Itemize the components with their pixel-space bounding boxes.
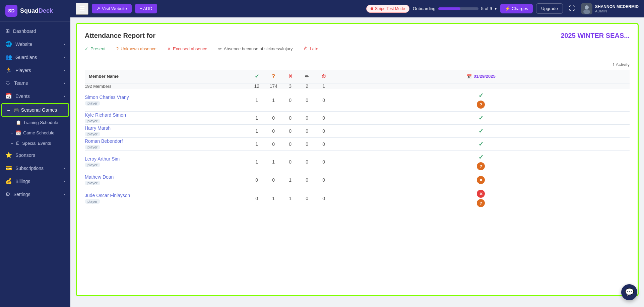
- legend-late: ⏱ Late: [304, 46, 318, 51]
- sidebar-item-teams[interactable]: 🛡 Teams ›: [0, 77, 70, 89]
- member-name-link[interactable]: Simon Charles Vrany: [85, 95, 248, 100]
- sidebar-item-events[interactable]: 📅 Events ›: [0, 89, 70, 103]
- legend-present: ✓ Present: [85, 46, 106, 51]
- date-status-cell: ✓: [332, 112, 630, 125]
- date-status-cell: ✓ ?: [332, 151, 630, 173]
- col-late-header: ⏱: [315, 70, 332, 83]
- onboarding-progress-bar: [438, 7, 478, 10]
- present-check-icon: ✓: [478, 141, 484, 147]
- sidebar-item-training-schedule[interactable]: – 📋 Training Schedule: [0, 117, 70, 128]
- total-unknown-cell: 174: [265, 83, 282, 89]
- guardians-icon: 👥: [5, 54, 12, 60]
- unknown-icon: ?: [477, 101, 485, 109]
- chevron-right-icon: ›: [64, 55, 65, 60]
- member-badge: player: [85, 199, 100, 204]
- present-check-icon: ✓: [478, 115, 484, 121]
- sidebar-item-subscriptions[interactable]: 💳 Subscriptions ›: [0, 162, 70, 175]
- unknown-icon: ?: [477, 199, 485, 207]
- table-row: Kyle Richard Simon player 1 0 0 0 0 ✓: [85, 112, 630, 125]
- sidebar-item-settings[interactable]: ⚙ Settings ›: [0, 188, 70, 201]
- onboarding-fill: [438, 7, 460, 10]
- col-sickness-header: ✏: [299, 70, 315, 83]
- total-sickness-cell: 2: [299, 83, 315, 89]
- member-cell: Roman Bebendorf player: [85, 138, 248, 151]
- total-date-cell: [332, 83, 630, 89]
- upgrade-button[interactable]: Upgrade: [536, 3, 563, 14]
- logo-text: SquadDeck: [20, 7, 53, 14]
- totals-row: 192 Members 12 174 3 2 1: [85, 83, 630, 89]
- member-name-link[interactable]: Kyle Richard Simon: [85, 112, 248, 118]
- sidebar-item-seasonal-games[interactable]: – 🎮 Seasonal Games: [1, 103, 69, 117]
- sidebar-item-label: Special Events: [22, 141, 51, 146]
- onboarding-area: Onboarding 5 of 9 ▾: [413, 6, 497, 11]
- member-name-link[interactable]: Mathew Dean: [85, 174, 248, 180]
- external-link-icon: ↗: [96, 6, 100, 11]
- chevron-right-icon: ›: [64, 166, 65, 171]
- chat-button[interactable]: 💬: [621, 284, 637, 300]
- member-name-link[interactable]: Jude Oscar Finlayson: [85, 193, 248, 198]
- legend-excused: ✕ Excused absence: [167, 46, 207, 51]
- table-header-row: Member Name ✓ ? ✕ ✏: [85, 70, 630, 83]
- table-row: Jude Oscar Finlayson player 0 1 1 0 0 ✕ …: [85, 187, 630, 210]
- user-details: SHANNON MCDERMID ADMIN: [595, 4, 639, 13]
- visit-website-button[interactable]: ↗ Visit Website: [92, 4, 132, 13]
- sidebar-item-players[interactable]: 🏃 Players ›: [0, 64, 70, 77]
- member-name-link[interactable]: Harry Marsh: [85, 125, 248, 131]
- member-badge: player: [85, 132, 100, 136]
- date-status-cell: ✕: [332, 173, 630, 187]
- sidebar-nav: ⊞ Dashboard 🌐 Website › 👥 Guardians › 🏃 …: [0, 22, 70, 307]
- pencil-icon: ✏: [218, 46, 222, 51]
- sidebar-item-billings[interactable]: 💰 Billings ›: [0, 175, 70, 188]
- subscriptions-icon: 💳: [5, 165, 12, 171]
- topbar: ☰ ↗ Visit Website + ADD Stripe Test Mode…: [70, 0, 644, 17]
- pencil-header-icon: ✏: [305, 74, 309, 79]
- sidebar-item-label: Billings: [15, 179, 30, 184]
- logo-deck: Deck: [39, 7, 53, 14]
- sidebar-item-label: Settings: [13, 192, 30, 197]
- settings-icon: ⚙: [5, 191, 10, 197]
- table-row: Harry Marsh player 1 0 0 0 0 ✓: [85, 125, 630, 138]
- date-status-cell: ✓ ?: [332, 89, 630, 112]
- legend-unknown: ? Unknown absence: [116, 46, 156, 51]
- add-button[interactable]: + ADD: [135, 4, 157, 13]
- expand-button[interactable]: ⛶: [566, 4, 578, 13]
- charges-button[interactable]: ⚡ Charges: [500, 4, 533, 13]
- table-row: Mathew Dean player 0 0 1 0 0 ✕: [85, 173, 630, 187]
- sidebar-item-guardians[interactable]: 👥 Guardians ›: [0, 51, 70, 64]
- member-cell: Kyle Richard Simon player: [85, 112, 248, 125]
- user-name: SHANNON MCDERMID: [595, 4, 639, 9]
- chevron-right-icon: ›: [64, 94, 65, 99]
- date-status-cell: ✕ ?: [332, 187, 630, 210]
- minus-icon: –: [11, 130, 13, 135]
- sidebar-item-dashboard[interactable]: ⊞ Dashboard: [0, 24, 70, 38]
- logo-icon: SD: [5, 5, 17, 17]
- total-present-cell: 12: [248, 83, 265, 89]
- sidebar-item-special-events[interactable]: – 🗓 Special Events: [0, 138, 70, 148]
- excused-orange-icon: ✕: [477, 176, 485, 184]
- svg-point-1: [585, 5, 589, 9]
- member-name-link[interactable]: Leroy Arthur Sim: [85, 156, 248, 162]
- chat-icon: 💬: [625, 288, 634, 297]
- present-check-icon: ✓: [478, 92, 484, 99]
- col-unknown-header: ?: [265, 70, 282, 83]
- member-badge: player: [85, 181, 100, 185]
- legend-sickness: ✏ Absence because of sickness/injury: [218, 46, 293, 51]
- logo-area: SD SquadDeck: [0, 0, 70, 22]
- stripe-dot: [371, 7, 373, 10]
- chevron-right-icon: ›: [64, 68, 65, 73]
- question-header-icon: ?: [272, 73, 275, 79]
- sidebar-item-label: Sponsors: [15, 152, 35, 158]
- sidebar-item-label: Dashboard: [13, 28, 36, 34]
- sidebar-item-game-schedule[interactable]: – 📆 Game Schedule: [0, 128, 70, 138]
- seasonal-games-icon: –: [7, 107, 10, 113]
- sidebar-item-sponsors[interactable]: ⭐ Sponsors: [0, 148, 70, 162]
- col-present-header: ✓: [248, 70, 265, 83]
- user-role: ADMIN: [595, 9, 639, 13]
- chevron-right-icon: ›: [64, 42, 65, 47]
- member-badge: player: [85, 163, 100, 167]
- member-name-link[interactable]: Roman Bebendorf: [85, 138, 248, 144]
- hamburger-button[interactable]: ☰: [76, 3, 88, 15]
- chevron-down-icon[interactable]: ▾: [495, 6, 497, 11]
- sidebar-item-website[interactable]: 🌐 Website ›: [0, 38, 70, 51]
- globe-icon: 🌐: [5, 41, 12, 47]
